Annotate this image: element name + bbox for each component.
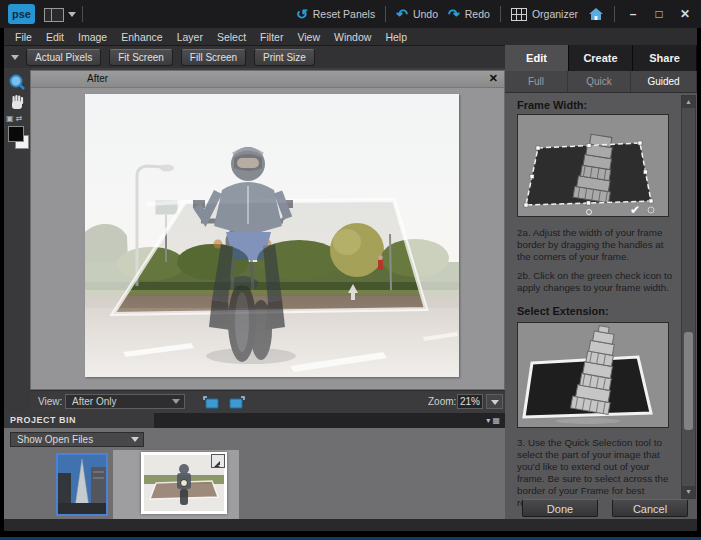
thumbnail-city-photo[interactable] [56, 453, 108, 516]
zoom-label: Zoom: [428, 396, 456, 407]
document-window: After ✕ [30, 70, 505, 390]
subtab-guided[interactable]: Guided [631, 71, 697, 93]
menu-help[interactable]: Help [378, 31, 414, 43]
menu-window[interactable]: Window [327, 31, 378, 43]
actual-pixels-button[interactable]: Actual Pixels [26, 49, 101, 66]
pse-logo: pse [8, 4, 35, 24]
reset-panels-label: Reset Panels [313, 8, 375, 20]
reset-panels-icon: ↺ [296, 7, 308, 21]
menu-select[interactable]: Select [210, 31, 253, 43]
project-bin-tab[interactable]: PROJECT BIN [4, 413, 154, 428]
edit-mode-subtabs: Full Quick Guided [505, 71, 697, 93]
swap-colors-icon[interactable]: ▣ ⇄ [6, 114, 22, 123]
done-button[interactable]: Done [522, 499, 598, 517]
zoom-dropdown-button[interactable] [486, 394, 503, 409]
apply-check-icon: ✔ [630, 203, 640, 216]
undo-icon: ↶ [396, 7, 408, 21]
tool-options-bar: Actual Pixels Fit Screen Fill Screen Pri… [4, 46, 505, 68]
show-open-files-value: Show Open Files [17, 434, 93, 445]
select-extension-illustration [517, 322, 669, 428]
titlebar-divider [614, 6, 615, 22]
home-icon [588, 7, 604, 21]
tab-share[interactable]: Share [633, 45, 697, 71]
after-photo [85, 94, 459, 377]
menu-layer[interactable]: Layer [170, 31, 210, 43]
rotate-right-icon[interactable] [227, 394, 245, 409]
subtab-full[interactable]: Full [505, 71, 568, 93]
foreground-color-swatch[interactable] [8, 126, 24, 142]
task-panel: Edit Create Share Full Quick Guided Fram… [505, 45, 697, 519]
print-size-button[interactable]: Print Size [254, 49, 315, 66]
undo-button[interactable]: ↶ Undo [396, 7, 438, 21]
cancel-button[interactable]: Cancel [612, 499, 688, 517]
status-footer [4, 519, 697, 531]
menu-file[interactable]: File [8, 31, 39, 43]
rotate-left-icon[interactable] [203, 394, 221, 409]
menu-enhance[interactable]: Enhance [114, 31, 169, 43]
canvas-image[interactable] [85, 94, 459, 377]
menu-view[interactable]: View [290, 31, 327, 43]
scroll-up-icon[interactable]: ▲ [682, 96, 695, 108]
scrollbar-thumb[interactable] [684, 332, 693, 430]
panel-scrollbar[interactable]: ▲ ▼ [681, 95, 696, 499]
step-2b-text: 2b. Click on the green check icon to app… [517, 270, 677, 294]
undo-label: Undo [413, 8, 438, 20]
document-title: After [87, 73, 108, 84]
zoom-value-field[interactable]: 21% [457, 394, 483, 409]
view-bar: View: After Only Zoom: 21% [30, 390, 505, 413]
home-button[interactable] [588, 7, 604, 21]
select-extension-heading: Select Extension: [517, 305, 609, 317]
project-bin: Show Open Files [4, 428, 505, 519]
edited-badge-icon [211, 454, 225, 468]
reset-panels-button[interactable]: ↺ Reset Panels [296, 7, 375, 21]
organizer-label: Organizer [532, 8, 578, 20]
organizer-grid-icon [511, 8, 527, 21]
fill-screen-button[interactable]: Fill Screen [181, 49, 246, 66]
layout-caret-icon[interactable] [68, 12, 76, 17]
zoom-tool-icon[interactable] [8, 73, 26, 91]
redo-icon: ↷ [448, 7, 460, 21]
maximize-button[interactable]: □ [651, 7, 667, 21]
frame-width-illustration: ✔ [517, 114, 669, 217]
redo-label: Redo [465, 8, 490, 20]
city-photo [58, 455, 106, 514]
thumbnail-motorcycle-photo[interactable] [141, 452, 227, 514]
tool-options-caret-icon[interactable] [11, 55, 19, 60]
title-bar: pse ↺ Reset Panels ↶ Undo ↷ Redo Organiz… [0, 0, 701, 28]
view-mode-value: After Only [72, 396, 116, 407]
hand-tool-icon[interactable] [8, 94, 26, 112]
tab-edit[interactable]: Edit [505, 45, 569, 71]
view-label: View: [38, 396, 62, 407]
minimize-button[interactable]: – [625, 7, 641, 21]
subtab-quick[interactable]: Quick [568, 71, 631, 93]
editor-workspace: ▣ ⇄ After ✕ [4, 68, 505, 519]
document-title-bar[interactable]: After ✕ [31, 71, 504, 88]
menu-image[interactable]: Image [71, 31, 114, 43]
menu-filter[interactable]: Filter [253, 31, 290, 43]
show-open-files-dropdown[interactable]: Show Open Files [10, 432, 144, 447]
organizer-button[interactable]: Organizer [511, 8, 578, 21]
close-button[interactable]: ✕ [677, 7, 693, 21]
photoshop-elements-window: pse ↺ Reset Panels ↶ Undo ↷ Redo Organiz… [0, 0, 701, 540]
titlebar-divider [500, 6, 501, 22]
project-bin-header: PROJECT BIN ▾ ▦ [4, 413, 505, 428]
titlebar-divider [385, 6, 386, 22]
tab-create[interactable]: Create [569, 45, 633, 71]
titlebar-divider [82, 6, 83, 22]
fit-screen-button[interactable]: Fit Screen [109, 49, 173, 66]
step-2a-text: 2a. Adjust the width of your frame borde… [517, 227, 677, 263]
menu-bar: File Edit Image Enhance Layer Select Fil… [4, 28, 697, 46]
scroll-down-icon[interactable]: ▼ [682, 486, 695, 498]
panel-menu-icon[interactable]: ▾ ▦ [486, 416, 500, 425]
redo-button[interactable]: ↷ Redo [448, 7, 490, 21]
arrange-layout-icon[interactable] [44, 8, 64, 22]
view-mode-dropdown[interactable]: After Only [65, 394, 185, 409]
document-close-icon[interactable]: ✕ [489, 72, 498, 85]
menu-edit[interactable]: Edit [39, 31, 71, 43]
frame-width-heading: Frame Width: [517, 99, 587, 111]
